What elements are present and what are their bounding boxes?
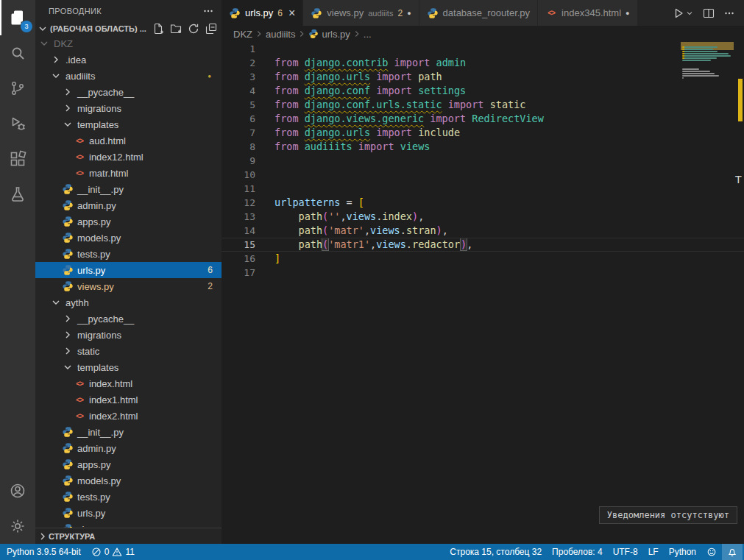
code-line-9[interactable]: 9 bbox=[222, 154, 744, 168]
tree-item-urls.py[interactable]: urls.py6 bbox=[35, 262, 222, 278]
tab-database_roouter.py[interactable]: database_roouter.py bbox=[419, 0, 539, 26]
breadcrumb-item-audiiits[interactable]: audiiits bbox=[266, 29, 295, 40]
activity-item-source-control[interactable] bbox=[0, 71, 35, 106]
tree-item-apps.py[interactable]: apps.py bbox=[35, 456, 222, 472]
python-icon bbox=[62, 491, 74, 503]
minimap[interactable] bbox=[682, 44, 732, 81]
code-line-6[interactable]: 6from django.views.generic import Redire… bbox=[222, 112, 744, 126]
close-icon[interactable]: × bbox=[288, 7, 295, 19]
activity-item-settings[interactable] bbox=[0, 508, 35, 544]
activity-item-testing[interactable] bbox=[0, 177, 35, 212]
outline-section-header[interactable]: СТРУКТУРА bbox=[35, 528, 222, 544]
tree-item-label: admin.py bbox=[77, 443, 116, 454]
new-file-icon[interactable] bbox=[152, 23, 164, 35]
tree-item-urls.py[interactable]: urls.py bbox=[35, 505, 222, 521]
tree-item-audiiits[interactable]: audiiits● bbox=[35, 68, 222, 84]
run-button[interactable] bbox=[673, 7, 694, 19]
breadcrumb-item-urls.py[interactable]: urls.py bbox=[308, 29, 350, 40]
tree-item-aud.html[interactable]: <>aud.html bbox=[35, 132, 222, 149]
code-line-3[interactable]: 3from django.urls import path bbox=[222, 70, 744, 84]
tree-item-admin.py[interactable]: admin.py bbox=[35, 197, 222, 213]
tree-item-index2.html[interactable]: <>index2.html bbox=[35, 408, 222, 424]
code-line-16[interactable]: 16] bbox=[222, 252, 744, 266]
activity-item-explorer[interactable]: 3 bbox=[0, 0, 35, 35]
code-editor[interactable]: 12from django.contrib import admin3from … bbox=[222, 42, 744, 544]
tree-item-__init__.py[interactable]: __init__.py bbox=[35, 424, 222, 440]
code-line-14[interactable]: 14 path('matr',views.stran), bbox=[222, 224, 744, 238]
tree-item-tests.py[interactable]: tests.py bbox=[35, 489, 222, 505]
tree-item-label: models.py bbox=[77, 233, 121, 244]
tree-item-templates[interactable]: templates bbox=[35, 359, 222, 375]
modified-dot-icon: ● bbox=[626, 10, 629, 17]
chevron-down-icon[interactable] bbox=[685, 9, 694, 18]
tree-item-index12.html[interactable]: <>index12.html bbox=[35, 149, 222, 165]
tree-item-matr.html[interactable]: <>matr.html bbox=[35, 165, 222, 181]
tree-item-views.py[interactable]: views.py2 bbox=[35, 278, 222, 294]
activity-item-run-and-debug[interactable] bbox=[0, 106, 35, 141]
problems-badge: 2 bbox=[208, 281, 213, 291]
code-line-13[interactable]: 13 path('',views.index), bbox=[222, 210, 744, 224]
status-bar-right: Строка 15, столбец 32Пробелов: 4UTF-8LFP… bbox=[444, 544, 743, 560]
tree-item-label: models.py bbox=[77, 475, 121, 486]
activity-item-accounts[interactable] bbox=[0, 473, 35, 508]
tree-item-.idea[interactable]: .idea bbox=[35, 52, 222, 68]
more-actions-icon[interactable] bbox=[202, 5, 214, 17]
collapse-all-icon[interactable] bbox=[205, 23, 217, 35]
status-language-mode[interactable]: Python bbox=[664, 544, 701, 560]
code-line-1[interactable]: 1 bbox=[222, 42, 744, 56]
tree-item-apps.py[interactable]: apps.py bbox=[35, 213, 222, 230]
status-feedback[interactable] bbox=[701, 544, 722, 560]
status-eol[interactable]: LF bbox=[643, 544, 664, 560]
split-icon[interactable] bbox=[703, 7, 715, 19]
tree-item-migrations[interactable]: migrations bbox=[35, 100, 222, 116]
code-line-4[interactable]: 4from django.conf import settings bbox=[222, 84, 744, 98]
tree-item-views.py[interactable]: views.py bbox=[35, 521, 222, 528]
code-line-7[interactable]: 7from django.urls import include bbox=[222, 126, 744, 140]
status-notifications[interactable] bbox=[722, 544, 743, 560]
code-line-10[interactable]: 10 bbox=[222, 168, 744, 182]
tree-item-label: apps.py bbox=[77, 216, 111, 227]
workspace-section-header[interactable]: (РАБОЧАЯ ОБЛАСТЬ) ... bbox=[35, 22, 222, 35]
tree-item-tests.py[interactable]: tests.py bbox=[35, 246, 222, 262]
code-line-17[interactable]: 17 bbox=[222, 266, 744, 280]
tree-item-static[interactable]: static bbox=[35, 343, 222, 359]
activity-badge: 3 bbox=[21, 21, 32, 32]
tree-item-label: index12.html bbox=[89, 152, 144, 163]
code-line-11[interactable]: 11 bbox=[222, 182, 744, 196]
tree-item-DKZ[interactable]: DKZ bbox=[35, 35, 222, 52]
code-line-15[interactable]: 15 path('matr1',views.redactor), bbox=[222, 238, 744, 252]
status-python-interpreter[interactable]: Python 3.9.5 64-bit bbox=[1, 544, 86, 560]
tree-item-migrations[interactable]: migrations bbox=[35, 327, 222, 343]
tree-item-__pycache__[interactable]: __pycache__ bbox=[35, 84, 222, 100]
tree-item-aythh[interactable]: aythh bbox=[35, 294, 222, 311]
code-line-2[interactable]: 2from django.contrib import admin bbox=[222, 56, 744, 70]
code-line-12[interactable]: 12urlpatterns = [ bbox=[222, 196, 744, 210]
tree-item-models.py[interactable]: models.py bbox=[35, 230, 222, 246]
tree-item-index.html[interactable]: <>index.html bbox=[35, 375, 222, 391]
tree-item-admin.py[interactable]: admin.py bbox=[35, 440, 222, 456]
tree-item-index1.html[interactable]: <>index1.html bbox=[35, 391, 222, 408]
minimap-line bbox=[682, 60, 711, 61]
status-indentation[interactable]: Пробелов: 4 bbox=[547, 544, 608, 560]
tree-item-models.py[interactable]: models.py bbox=[35, 472, 222, 489]
status-cursor-position[interactable]: Строка 15, столбец 32 bbox=[444, 544, 547, 560]
chevron-down-icon bbox=[50, 297, 62, 308]
more-icon[interactable] bbox=[723, 7, 735, 19]
code-line-8[interactable]: 8from audiiits import views bbox=[222, 140, 744, 154]
new-folder-icon[interactable] bbox=[170, 23, 182, 35]
status-problems[interactable]: 011 bbox=[86, 544, 140, 560]
breadcrumb-item-DKZ[interactable]: DKZ bbox=[233, 29, 252, 40]
tree-item-__init__.py[interactable]: __init__.py bbox=[35, 181, 222, 197]
chevron-right-icon bbox=[254, 29, 264, 39]
activity-item-extensions[interactable] bbox=[0, 141, 35, 177]
refresh-icon[interactable] bbox=[188, 23, 199, 35]
tab-urls.py[interactable]: urls.py6× bbox=[222, 0, 303, 26]
tree-item-templates[interactable]: templates bbox=[35, 116, 222, 132]
tab-index345.html[interactable]: <>index345.html● bbox=[538, 0, 637, 26]
breadcrumb-item-...[interactable]: ... bbox=[364, 29, 372, 40]
status-encoding[interactable]: UTF-8 bbox=[608, 544, 643, 560]
tree-item-__pycache__[interactable]: __pycache__ bbox=[35, 311, 222, 327]
code-line-5[interactable]: 5from django.conf.urls.static import sta… bbox=[222, 98, 744, 112]
activity-item-search[interactable] bbox=[0, 35, 35, 71]
tab-views.py[interactable]: views.pyaudiiits2● bbox=[303, 0, 419, 26]
